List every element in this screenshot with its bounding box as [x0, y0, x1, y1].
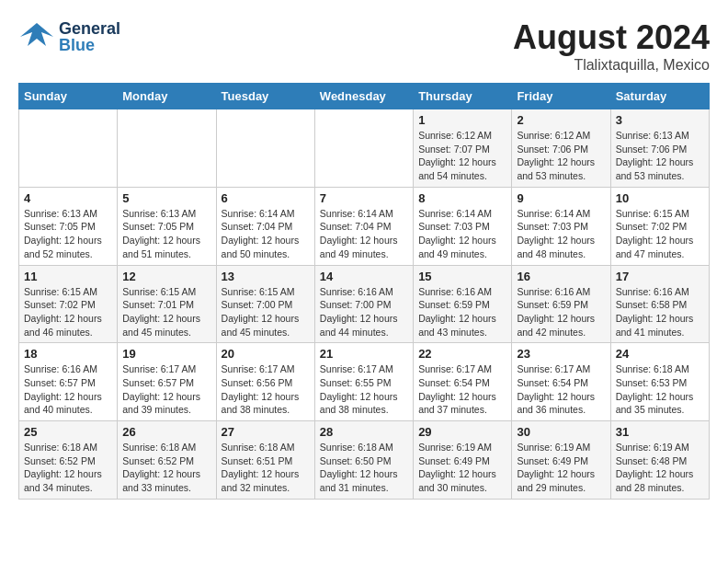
day-info: Sunrise: 6:14 AMSunset: 7:04 PMDaylight:…	[320, 207, 408, 261]
day-number: 16	[517, 270, 605, 283]
location-text: Tlalixtaquilla, Mexico	[513, 57, 710, 74]
day-header-sunday: Sunday	[19, 84, 118, 109]
day-cell-5: 5Sunrise: 6:13 AMSunset: 7:05 PMDaylight…	[118, 187, 216, 265]
day-info: Sunrise: 6:15 AMSunset: 7:01 PMDaylight:…	[122, 285, 210, 339]
day-number: 14	[320, 270, 408, 283]
logo-blue-text: Blue	[59, 37, 120, 53]
day-number: 23	[517, 347, 605, 361]
day-info: Sunrise: 6:16 AMSunset: 6:57 PMDaylight:…	[24, 362, 112, 417]
day-cell-26: 26Sunrise: 6:18 AMSunset: 6:52 PMDayligh…	[118, 421, 216, 500]
day-info: Sunrise: 6:19 AMSunset: 6:49 PMDaylight:…	[517, 441, 605, 495]
day-cell-8: 8Sunrise: 6:14 AMSunset: 7:03 PMDaylight…	[414, 187, 512, 265]
day-number: 11	[24, 270, 112, 283]
day-info: Sunrise: 6:15 AMSunset: 7:00 PMDaylight:…	[222, 285, 310, 339]
title-block: August 2024 Tlalixtaquilla, Mexico	[513, 18, 710, 74]
day-number: 5	[122, 191, 210, 205]
day-info: Sunrise: 6:16 AMSunset: 6:58 PMDaylight:…	[616, 285, 704, 339]
empty-cell	[118, 109, 216, 188]
logo-icon	[18, 18, 55, 55]
day-cell-11: 11Sunrise: 6:15 AMSunset: 7:02 PMDayligh…	[19, 265, 118, 343]
day-header-friday: Friday	[512, 84, 610, 109]
day-cell-3: 3Sunrise: 6:13 AMSunset: 7:06 PMDaylight…	[610, 109, 709, 188]
day-number: 22	[418, 347, 506, 361]
day-header-saturday: Saturday	[610, 84, 709, 109]
logo-general-text: General	[59, 20, 120, 37]
empty-cell	[19, 109, 118, 188]
day-cell-13: 13Sunrise: 6:15 AMSunset: 7:00 PMDayligh…	[216, 265, 314, 343]
month-year-title: August 2024	[513, 18, 710, 57]
day-number: 15	[418, 270, 506, 283]
day-cell-19: 19Sunrise: 6:17 AMSunset: 6:57 PMDayligh…	[118, 343, 216, 421]
day-info: Sunrise: 6:15 AMSunset: 7:02 PMDaylight:…	[24, 285, 112, 339]
day-cell-12: 12Sunrise: 6:15 AMSunset: 7:01 PMDayligh…	[118, 265, 216, 343]
day-cell-23: 23Sunrise: 6:17 AMSunset: 6:54 PMDayligh…	[512, 343, 610, 421]
day-info: Sunrise: 6:18 AMSunset: 6:53 PMDaylight:…	[616, 362, 704, 417]
day-number: 20	[222, 347, 310, 361]
day-info: Sunrise: 6:17 AMSunset: 6:54 PMDaylight:…	[517, 362, 605, 417]
day-number: 8	[418, 191, 506, 205]
day-cell-17: 17Sunrise: 6:16 AMSunset: 6:58 PMDayligh…	[610, 265, 709, 343]
day-number: 26	[122, 425, 210, 439]
day-number: 29	[418, 425, 506, 439]
day-header-wednesday: Wednesday	[314, 84, 413, 109]
week-row-4: 18Sunrise: 6:16 AMSunset: 6:57 PMDayligh…	[19, 343, 710, 421]
day-number: 21	[320, 347, 408, 361]
day-cell-7: 7Sunrise: 6:14 AMSunset: 7:04 PMDaylight…	[314, 187, 413, 265]
day-cell-16: 16Sunrise: 6:16 AMSunset: 6:59 PMDayligh…	[512, 265, 610, 343]
day-number: 31	[616, 425, 704, 439]
day-cell-22: 22Sunrise: 6:17 AMSunset: 6:54 PMDayligh…	[414, 343, 512, 421]
day-number: 3	[616, 113, 704, 127]
day-info: Sunrise: 6:14 AMSunset: 7:03 PMDaylight:…	[418, 207, 506, 261]
day-cell-21: 21Sunrise: 6:17 AMSunset: 6:55 PMDayligh…	[314, 343, 413, 421]
day-info: Sunrise: 6:17 AMSunset: 6:56 PMDaylight:…	[222, 362, 310, 417]
day-number: 30	[517, 425, 605, 439]
empty-cell	[216, 109, 314, 188]
day-info: Sunrise: 6:15 AMSunset: 7:02 PMDaylight:…	[616, 207, 704, 261]
page-header: General Blue August 2024 Tlalixtaquilla,…	[18, 18, 710, 74]
day-info: Sunrise: 6:16 AMSunset: 6:59 PMDaylight:…	[517, 285, 605, 339]
week-row-2: 4Sunrise: 6:13 AMSunset: 7:05 PMDaylight…	[19, 187, 710, 265]
day-info: Sunrise: 6:12 AMSunset: 7:06 PMDaylight:…	[517, 129, 605, 183]
day-header-monday: Monday	[118, 84, 216, 109]
day-cell-18: 18Sunrise: 6:16 AMSunset: 6:57 PMDayligh…	[19, 343, 118, 421]
day-number: 27	[222, 425, 310, 439]
day-header-thursday: Thursday	[414, 84, 512, 109]
day-cell-27: 27Sunrise: 6:18 AMSunset: 6:51 PMDayligh…	[216, 421, 314, 500]
day-cell-6: 6Sunrise: 6:14 AMSunset: 7:04 PMDaylight…	[216, 187, 314, 265]
day-cell-28: 28Sunrise: 6:18 AMSunset: 6:50 PMDayligh…	[314, 421, 413, 500]
day-cell-2: 2Sunrise: 6:12 AMSunset: 7:06 PMDaylight…	[512, 109, 610, 188]
day-info: Sunrise: 6:18 AMSunset: 6:52 PMDaylight:…	[24, 441, 112, 495]
day-info: Sunrise: 6:13 AMSunset: 7:05 PMDaylight:…	[122, 207, 210, 261]
day-number: 6	[222, 191, 310, 205]
day-info: Sunrise: 6:16 AMSunset: 7:00 PMDaylight:…	[320, 285, 408, 339]
week-row-5: 25Sunrise: 6:18 AMSunset: 6:52 PMDayligh…	[19, 421, 710, 500]
day-number: 4	[24, 191, 112, 205]
day-cell-1: 1Sunrise: 6:12 AMSunset: 7:07 PMDaylight…	[414, 109, 512, 188]
week-row-3: 11Sunrise: 6:15 AMSunset: 7:02 PMDayligh…	[19, 265, 710, 343]
day-info: Sunrise: 6:18 AMSunset: 6:50 PMDaylight:…	[320, 441, 408, 495]
day-info: Sunrise: 6:18 AMSunset: 6:52 PMDaylight:…	[122, 441, 210, 495]
day-cell-9: 9Sunrise: 6:14 AMSunset: 7:03 PMDaylight…	[512, 187, 610, 265]
day-number: 1	[418, 113, 506, 127]
day-header-tuesday: Tuesday	[216, 84, 314, 109]
day-number: 28	[320, 425, 408, 439]
svg-marker-0	[20, 23, 53, 46]
day-info: Sunrise: 6:18 AMSunset: 6:51 PMDaylight:…	[222, 441, 310, 495]
day-cell-29: 29Sunrise: 6:19 AMSunset: 6:49 PMDayligh…	[414, 421, 512, 500]
day-number: 17	[616, 270, 704, 283]
day-info: Sunrise: 6:12 AMSunset: 7:07 PMDaylight:…	[418, 129, 506, 183]
calendar-table: SundayMondayTuesdayWednesdayThursdayFrid…	[18, 83, 710, 500]
day-info: Sunrise: 6:14 AMSunset: 7:03 PMDaylight:…	[517, 207, 605, 261]
day-cell-14: 14Sunrise: 6:16 AMSunset: 7:00 PMDayligh…	[314, 265, 413, 343]
day-info: Sunrise: 6:16 AMSunset: 6:59 PMDaylight:…	[418, 285, 506, 339]
day-number: 9	[517, 191, 605, 205]
day-number: 10	[616, 191, 704, 205]
day-info: Sunrise: 6:17 AMSunset: 6:55 PMDaylight:…	[320, 362, 408, 417]
day-cell-15: 15Sunrise: 6:16 AMSunset: 6:59 PMDayligh…	[414, 265, 512, 343]
day-info: Sunrise: 6:19 AMSunset: 6:49 PMDaylight:…	[418, 441, 506, 495]
day-info: Sunrise: 6:14 AMSunset: 7:04 PMDaylight:…	[222, 207, 310, 261]
day-cell-10: 10Sunrise: 6:15 AMSunset: 7:02 PMDayligh…	[610, 187, 709, 265]
day-number: 7	[320, 191, 408, 205]
day-number: 12	[122, 270, 210, 283]
day-cell-31: 31Sunrise: 6:19 AMSunset: 6:48 PMDayligh…	[610, 421, 709, 500]
